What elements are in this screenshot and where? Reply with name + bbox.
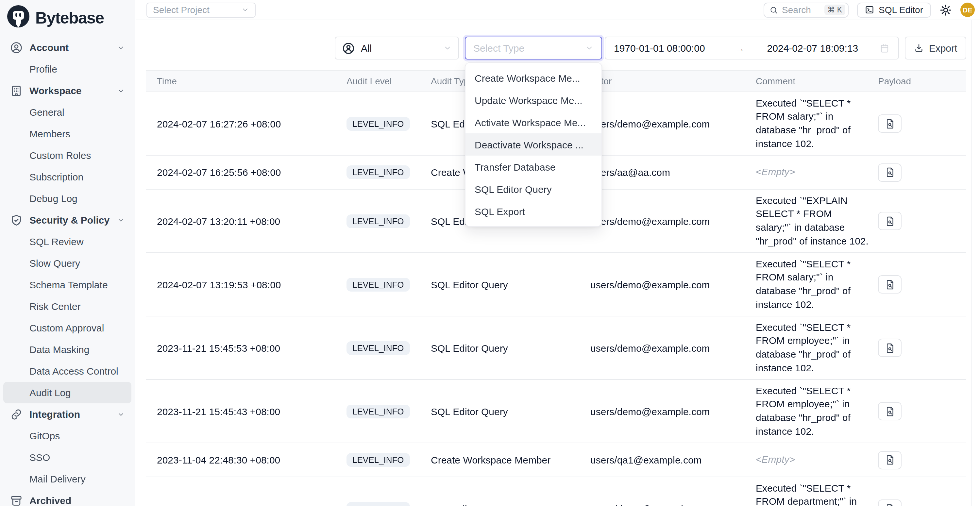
audit-level-badge: LEVEL_INFO	[347, 404, 410, 418]
sidebar-item-label: Audit Log	[29, 387, 71, 398]
sidebar-item-label: General	[29, 107, 64, 118]
search-shortcut-badge: ⌘ K	[824, 5, 845, 15]
calendar-icon	[879, 43, 890, 53]
audit-type: Create Workspace Member	[431, 454, 590, 465]
link-icon	[10, 407, 23, 421]
file-search-icon	[884, 167, 895, 178]
bytebase-logo[interactable]: Bytebase	[0, 0, 135, 35]
sidebar-item-slow-query[interactable]: Slow Query	[3, 252, 131, 274]
sidebar-nav: Account Profile Workspace General Member…	[0, 35, 135, 506]
file-search-icon	[884, 215, 895, 226]
audit-time: 2024-02-07 13:19:53 +08:00	[157, 279, 347, 290]
payload-view-button[interactable]	[878, 339, 902, 357]
sidebar-item-label: Data Access Control	[29, 366, 118, 377]
sidebar-item-workspace[interactable]: Workspace	[3, 80, 131, 101]
sidebar-item-risk-center[interactable]: Risk Center	[3, 296, 131, 317]
type-filter-placeholder: Select Type	[473, 43, 524, 54]
column-header-actor: Actor	[590, 76, 756, 86]
date-to-value: 2024-02-07 18:09:13	[767, 43, 858, 54]
sidebar-item-debug-log[interactable]: Debug Log	[3, 188, 131, 209]
topbar-right: Search ⌘ K SQL Editor DE	[764, 2, 975, 18]
sidebar-item-label: Subscription	[29, 171, 83, 182]
menu-item-activate-workspace-member[interactable]: Activate Workspace Me...	[466, 111, 601, 134]
sidebar-item-archived[interactable]: Archived	[3, 490, 131, 506]
export-button[interactable]: Export	[905, 37, 966, 59]
menu-item-deactivate-workspace-member[interactable]: Deactivate Workspace ...	[466, 134, 601, 156]
file-search-icon	[884, 406, 895, 417]
sidebar-item-data-masking[interactable]: Data Masking	[3, 339, 131, 360]
payload-view-button[interactable]	[878, 402, 902, 420]
audit-level-badge: LEVEL_INFO	[347, 341, 410, 355]
sidebar-item-label: GitOps	[29, 430, 60, 441]
menu-item-sql-editor-query[interactable]: SQL Editor Query	[466, 178, 601, 200]
type-filter-select[interactable]: Select Type	[465, 37, 602, 59]
audit-level-badge: LEVEL_INFO	[347, 117, 410, 130]
user-avatar[interactable]: DE	[960, 3, 975, 17]
sidebar-item-label: SSO	[29, 452, 50, 463]
sidebar-item-custom-roles[interactable]: Custom Roles	[3, 145, 131, 166]
audit-comment: Executed `"SELECT * FROM employee;"` in …	[756, 321, 878, 375]
sidebar-item-label: Integration	[29, 409, 80, 420]
sidebar: Bytebase Account Profile Workspace Gener…	[0, 0, 135, 506]
date-range-picker[interactable]: 1970-01-01 08:00:00 → 2024-02-07 18:09:1…	[605, 37, 899, 59]
sql-editor-label: SQL Editor	[879, 5, 923, 15]
sidebar-item-subscription[interactable]: Subscription	[3, 166, 131, 188]
sidebar-item-label: Profile	[29, 64, 57, 75]
sidebar-item-label: Debug Log	[29, 193, 78, 204]
sidebar-item-sso[interactable]: SSO	[3, 447, 131, 468]
table-row: 2023-11-04 22:48:30 +08:00 LEVEL_INFO Cr…	[146, 443, 966, 477]
actor-filter-value: All	[361, 43, 372, 54]
actor-filter-select[interactable]: All	[335, 37, 459, 59]
project-select-placeholder: Select Project	[153, 5, 210, 15]
sql-editor-button[interactable]: SQL Editor	[857, 2, 931, 18]
sidebar-item-custom-approval[interactable]: Custom Approval	[3, 317, 131, 339]
arrow-right-icon: →	[735, 43, 745, 54]
sidebar-item-label: Schema Template	[29, 279, 108, 290]
file-search-icon	[884, 279, 895, 290]
date-from-value: 1970-01-01 08:00:00	[614, 43, 705, 54]
payload-view-button[interactable]	[878, 275, 902, 294]
sidebar-item-gitops[interactable]: GitOps	[3, 425, 131, 447]
menu-item-update-workspace-member[interactable]: Update Workspace Me...	[466, 89, 601, 111]
sidebar-item-data-access-control[interactable]: Data Access Control	[3, 360, 131, 382]
payload-view-button[interactable]	[878, 500, 902, 506]
menu-item-transfer-database[interactable]: Transfer Database	[466, 156, 601, 178]
gear-icon[interactable]	[939, 3, 952, 16]
search-icon	[770, 6, 778, 14]
sidebar-item-sql-review[interactable]: SQL Review	[3, 231, 131, 252]
audit-level-badge: LEVEL_INFO	[347, 502, 410, 506]
sidebar-item-label: Risk Center	[29, 301, 81, 312]
sidebar-item-members[interactable]: Members	[3, 123, 131, 145]
sidebar-item-schema-template[interactable]: Schema Template	[3, 274, 131, 296]
sidebar-item-label: Members	[29, 128, 70, 139]
chevron-down-icon	[117, 216, 125, 224]
audit-actor: users/aa@aa.com	[590, 167, 756, 178]
user-icon	[10, 41, 23, 54]
sidebar-item-general[interactable]: General	[3, 101, 131, 123]
chevron-down-icon	[117, 43, 125, 51]
audit-type: SQL Editor Query	[431, 406, 590, 417]
sidebar-item-mail-delivery[interactable]: Mail Delivery	[3, 468, 131, 490]
sidebar-item-label: Security & Policy	[29, 215, 110, 226]
sidebar-item-audit-log[interactable]: Audit Log	[3, 382, 131, 403]
table-row: 2024-02-07 13:19:53 +08:00 LEVEL_INFO SQ…	[146, 253, 966, 317]
payload-view-button[interactable]	[878, 115, 902, 133]
menu-item-sql-export[interactable]: SQL Export	[466, 200, 601, 222]
audit-actor: users/demo@example.com	[590, 215, 756, 226]
column-header-audit-level: Audit Level	[347, 76, 431, 86]
sidebar-item-profile[interactable]: Profile	[3, 58, 131, 80]
sidebar-item-integration[interactable]: Integration	[3, 403, 131, 425]
menu-item-create-workspace-member[interactable]: Create Workspace Me...	[466, 67, 601, 89]
payload-view-button[interactable]	[878, 212, 902, 230]
sidebar-item-security-policy[interactable]: Security & Policy	[3, 209, 131, 231]
payload-view-button[interactable]	[878, 451, 902, 469]
file-search-icon	[884, 118, 895, 129]
audit-comment: Executed `"EXPLAIN SELECT * FROM salary;…	[756, 194, 878, 248]
audit-comment: Executed `"SELECT * FROM employee;"` in …	[756, 384, 878, 438]
payload-view-button[interactable]	[878, 163, 902, 181]
chevron-down-icon	[117, 410, 125, 418]
project-select[interactable]: Select Project	[146, 2, 256, 18]
search-input[interactable]: Search ⌘ K	[764, 2, 849, 18]
file-search-icon	[884, 503, 895, 506]
sidebar-item-account[interactable]: Account	[3, 37, 131, 58]
